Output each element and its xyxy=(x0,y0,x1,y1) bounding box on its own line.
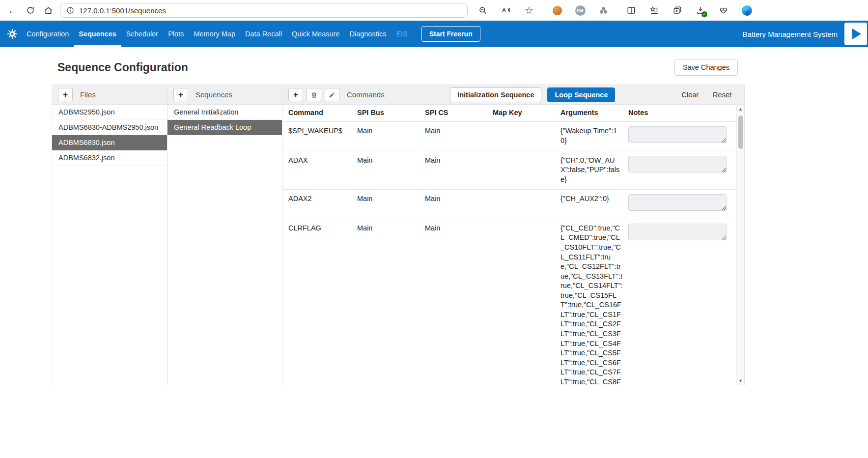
nav-tab-quick-measure[interactable]: Quick Measure xyxy=(287,21,345,47)
add-sequence-button[interactable]: + xyxy=(173,88,188,101)
files-panel-title: Files xyxy=(80,90,96,99)
zoom-out-icon xyxy=(478,6,487,15)
sequence-item-selected[interactable]: General Readback Loop xyxy=(168,120,282,135)
browser-logo-button[interactable] xyxy=(738,2,755,18)
extension-button-2[interactable] xyxy=(595,2,612,18)
spi-cs-value: Main xyxy=(425,156,493,166)
split-screen-button[interactable] xyxy=(623,2,640,18)
nav-tab-scheduler[interactable]: Scheduler xyxy=(121,21,163,47)
command-name: CLRFLAG xyxy=(288,224,357,233)
settings-gear-button[interactable] xyxy=(7,21,18,47)
command-row[interactable]: $SPI_WAKEUP$ Main Main {"Wakeup Time":10… xyxy=(282,121,744,151)
favorite-star-button[interactable]: ☆ xyxy=(521,2,537,18)
play-icon xyxy=(852,29,861,39)
spi-bus-value: Main xyxy=(357,156,425,166)
save-changes-button[interactable]: Save Changes xyxy=(674,59,738,76)
notes-input[interactable] xyxy=(628,224,727,240)
collections-icon xyxy=(673,6,682,15)
scrollbar-thumb[interactable] xyxy=(738,115,743,149)
downloads-button[interactable]: ✓ xyxy=(692,2,709,18)
page-title: Sequence Configuration xyxy=(57,61,188,74)
commands-scrollbar[interactable]: ▲ ▼ xyxy=(736,105,744,385)
spi-bus-value: Main xyxy=(357,224,425,233)
column-header-spi-cs: SPI CS xyxy=(425,108,493,118)
arguments-value: {"CL_CED":true,"CL_CMED":true,"CL_CS10FL… xyxy=(560,224,628,385)
loop-sequence-button[interactable]: Loop Sequence xyxy=(547,87,615,102)
command-row[interactable]: ADAX2 Main Main {"CH_AUX2":0} xyxy=(282,189,744,219)
browser-essentials-button[interactable] xyxy=(715,2,732,18)
nav-tab-memory-map[interactable]: Memory Map xyxy=(189,21,240,47)
zoom-out-button[interactable] xyxy=(475,2,491,18)
svg-text:A: A xyxy=(502,7,506,13)
arguments-value: {"CH_AUX2":0} xyxy=(560,194,628,204)
nav-tab-plots[interactable]: Plots xyxy=(163,21,189,47)
notes-input[interactable] xyxy=(628,194,727,211)
extension-icon-1 xyxy=(553,6,562,15)
collections-button[interactable] xyxy=(669,2,686,18)
browser-chrome: ← 127.0.0.1:5001/sequences xyxy=(0,0,868,21)
file-item[interactable]: ADBMS2950.json xyxy=(52,105,167,120)
extension-icon-2 xyxy=(599,6,608,15)
scroll-down-arrow[interactable]: ▼ xyxy=(737,377,744,385)
run-panel-button[interactable] xyxy=(844,23,867,45)
sequences-panel-header: + Sequences xyxy=(168,85,282,105)
app-title: Battery Management System xyxy=(743,30,838,38)
command-row[interactable]: CLRFLAG Main Main {"CL_CED":true,"CL_CME… xyxy=(282,219,744,385)
scroll-up-arrow[interactable]: ▲ xyxy=(737,105,744,113)
arguments-value: {"CH":0,"OW_AUX":false,"PUP":false} xyxy=(560,156,628,185)
commands-panel: + Commands Initializat xyxy=(282,85,745,385)
edit-command-button[interactable] xyxy=(325,88,339,101)
favorites-bar-icon xyxy=(650,6,659,15)
page-header: Sequence Configuration Save Changes xyxy=(52,59,745,76)
file-item[interactable]: ADBMS6832.json xyxy=(52,150,167,166)
sequences-panel-title: Sequences xyxy=(196,90,232,99)
commands-table-header: Command SPI Bus SPI CS Map Key Arguments… xyxy=(282,105,744,121)
back-button[interactable]: ← xyxy=(4,2,22,19)
read-aloud-icon: A xyxy=(501,6,511,15)
read-aloud-button[interactable]: A xyxy=(498,2,514,18)
gear-icon xyxy=(7,29,18,39)
back-icon: ← xyxy=(8,5,18,15)
spi-bus-value: Main xyxy=(357,126,425,136)
nav-tab-sequences[interactable]: Sequences xyxy=(74,21,121,47)
nav-tab-data-recall[interactable]: Data Recall xyxy=(240,21,287,47)
pencil-icon xyxy=(329,91,336,98)
nav-tab-configuration[interactable]: Configuration xyxy=(22,21,74,47)
commands-table-body: $SPI_WAKEUP$ Main Main {"Wakeup Time":10… xyxy=(282,121,744,385)
split-screen-icon xyxy=(627,6,636,15)
notes-input[interactable] xyxy=(628,126,727,143)
file-item[interactable]: ADBMS6830-ADBMS2950.json xyxy=(52,120,167,135)
refresh-button[interactable] xyxy=(22,2,39,19)
command-row[interactable]: ADAX Main Main {"CH":0,"OW_AUX":false,"P… xyxy=(282,151,744,190)
commands-panel-title: Commands xyxy=(347,90,385,99)
column-header-spi-bus: SPI Bus xyxy=(357,108,425,118)
favorite-star-icon: ☆ xyxy=(525,5,533,15)
page-content: Sequence Configuration Save Changes + Fi… xyxy=(52,59,745,385)
nav-tabs: Configuration Sequences Scheduler Plots … xyxy=(22,21,413,47)
profile-avatar-button[interactable]: me xyxy=(572,2,588,18)
spi-cs-value: Main xyxy=(425,194,493,204)
column-header-arguments: Arguments xyxy=(560,108,628,118)
download-complete-badge: ✓ xyxy=(701,11,707,17)
sequence-item[interactable]: General Initialization xyxy=(168,105,282,120)
notes-input[interactable] xyxy=(628,156,727,172)
delete-command-button[interactable] xyxy=(307,88,321,101)
start-freerun-button[interactable]: Start Freerun xyxy=(421,26,480,42)
favorites-bar-button[interactable] xyxy=(646,2,663,18)
add-file-button[interactable]: + xyxy=(58,88,73,101)
extension-button-1[interactable] xyxy=(549,2,565,18)
home-button[interactable] xyxy=(39,2,57,19)
spi-cs-value: Main xyxy=(425,224,493,233)
files-panel: + Files ADBMS2950.json ADBMS6830-ADBMS29… xyxy=(52,85,168,385)
site-info-icon[interactable] xyxy=(66,6,74,14)
nav-tab-diagnostics[interactable]: Diagnostics xyxy=(344,21,391,47)
refresh-icon xyxy=(26,6,35,15)
initialization-sequence-button[interactable]: Initialization Sequence xyxy=(450,87,541,102)
add-command-button[interactable]: + xyxy=(288,88,303,101)
panels-row: + Files ADBMS2950.json ADBMS6830-ADBMS29… xyxy=(52,85,745,385)
reset-button[interactable]: Reset xyxy=(713,91,731,99)
file-item-selected[interactable]: ADBMS6830.json xyxy=(52,135,167,150)
clear-button[interactable]: Clear xyxy=(681,91,699,99)
spi-bus-value: Main xyxy=(357,194,425,204)
address-bar[interactable]: 127.0.0.1:5001/sequences xyxy=(60,3,468,18)
